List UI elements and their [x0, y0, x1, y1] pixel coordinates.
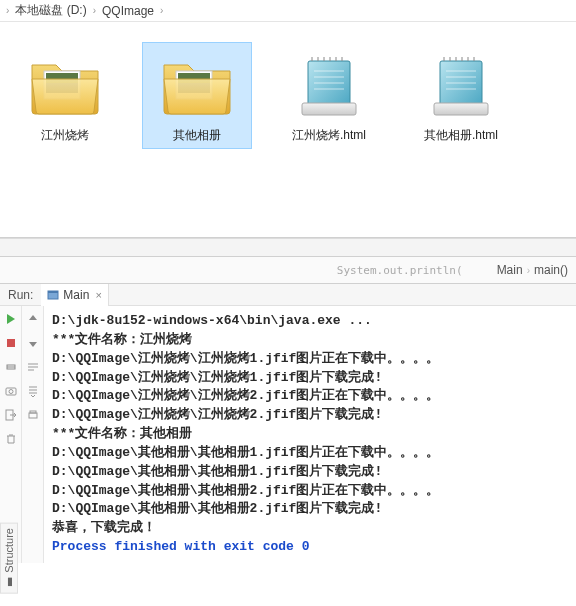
run-tab-main[interactable]: Main ×	[41, 284, 108, 306]
svg-rect-31	[48, 291, 58, 293]
file-label: 其他相册	[173, 127, 221, 144]
console-line: D:\QQImage\江州烧烤\江州烧烤2.jfif图片下载完成!	[52, 406, 568, 425]
folder-photos-icon	[157, 49, 237, 119]
camera-icon[interactable]	[4, 384, 18, 398]
file-label: 江州烧烤.html	[292, 127, 366, 144]
run-tab-label: Main	[63, 288, 89, 302]
chevron-right-icon: ›	[160, 5, 163, 16]
chevron-right-icon: ›	[93, 5, 96, 16]
svg-marker-32	[7, 314, 15, 324]
structure-tool-tab[interactable]: ▮ Structure	[0, 523, 18, 594]
file-item[interactable]: 其他相册	[142, 42, 252, 149]
console-line: D:\jdk-8u152-windows-x64\bin\java.exe ..…	[52, 312, 568, 331]
svg-rect-18	[440, 61, 482, 107]
application-icon	[47, 289, 59, 301]
console-line: Process finished with exit code 0	[52, 538, 568, 557]
file-item[interactable]: 江州烧烤	[10, 42, 120, 149]
breadcrumb-method[interactable]: main()	[534, 263, 568, 277]
console-line: D:\QQImage\江州烧烤\江州烧烤2.jfif图片正在下载中。。。。	[52, 387, 568, 406]
console-line: D:\QQImage\其他相册\其他相册2.jfif图片正在下载中。。。。	[52, 482, 568, 501]
statusbar-strip	[0, 238, 576, 256]
file-list[interactable]: 江州烧烤 其他相册 江州烧烤.html	[0, 22, 576, 238]
structure-label: Structure	[3, 528, 15, 573]
console-line: ***文件名称：其他相册	[52, 425, 568, 444]
file-item[interactable]: 其他相册.html	[406, 42, 516, 149]
console-line: D:\QQImage\其他相册\其他相册1.jfif图片下载完成!	[52, 463, 568, 482]
chevron-right-icon: ›	[527, 265, 530, 276]
svg-rect-39	[29, 413, 37, 418]
trash-icon[interactable]	[4, 432, 18, 446]
wrap-icon[interactable]	[26, 360, 40, 374]
console-output[interactable]: D:\jdk-8u152-windows-x64\bin\java.exe ..…	[44, 306, 576, 563]
run-toolwindow-header: Run: Main ×	[0, 284, 576, 306]
svg-rect-33	[7, 339, 15, 347]
console-line: ***文件名称：江州烧烤	[52, 331, 568, 350]
exit-icon[interactable]	[4, 408, 18, 422]
run-body: D:\jdk-8u152-windows-x64\bin\java.exe ..…	[0, 306, 576, 563]
file-item[interactable]: 江州烧烤.html	[274, 42, 384, 149]
file-label: 江州烧烤	[41, 127, 89, 144]
scroll-end-icon[interactable]	[26, 384, 40, 398]
svg-point-37	[9, 390, 13, 394]
console-line: 恭喜，下载完成！	[52, 519, 568, 538]
notepad-file-icon	[421, 49, 501, 119]
console-line: D:\QQImage\江州烧烤\江州烧烤1.jfif图片下载完成!	[52, 369, 568, 388]
rerun-icon[interactable]	[4, 312, 18, 326]
editor-hint: System.out.println(	[337, 264, 463, 277]
console-line: D:\QQImage\其他相册\其他相册2.jfif图片下载完成!	[52, 500, 568, 519]
structure-icon: ▮	[3, 576, 16, 589]
up-icon[interactable]	[26, 312, 40, 326]
run-label: Run:	[0, 288, 41, 302]
print-icon[interactable]	[26, 408, 40, 422]
run-gutter-inner	[22, 306, 44, 563]
svg-rect-29	[434, 103, 488, 115]
close-icon[interactable]: ×	[95, 289, 101, 301]
folder-photos-icon	[25, 49, 105, 119]
svg-rect-40	[30, 411, 36, 413]
stop-icon[interactable]	[4, 336, 18, 350]
file-label: 其他相册.html	[424, 127, 498, 144]
notepad-file-icon	[289, 49, 369, 119]
breadcrumb-folder[interactable]: QQImage	[102, 4, 154, 18]
pin-icon[interactable]	[4, 360, 18, 374]
chevron-right-icon: ›	[6, 5, 9, 16]
svg-rect-6	[308, 61, 350, 107]
breadcrumb-class[interactable]: Main	[497, 263, 523, 277]
editor-breadcrumb: System.out.println( Main › main()	[0, 256, 576, 284]
down-icon[interactable]	[26, 336, 40, 350]
console-line: D:\QQImage\江州烧烤\江州烧烤1.jfif图片正在下载中。。。。	[52, 350, 568, 369]
console-line: D:\QQImage\其他相册\其他相册1.jfif图片正在下载中。。。。	[52, 444, 568, 463]
svg-rect-17	[302, 103, 356, 115]
breadcrumb[interactable]: › 本地磁盘 (D:) › QQImage ›	[0, 0, 576, 22]
breadcrumb-drive[interactable]: 本地磁盘 (D:)	[15, 2, 86, 19]
